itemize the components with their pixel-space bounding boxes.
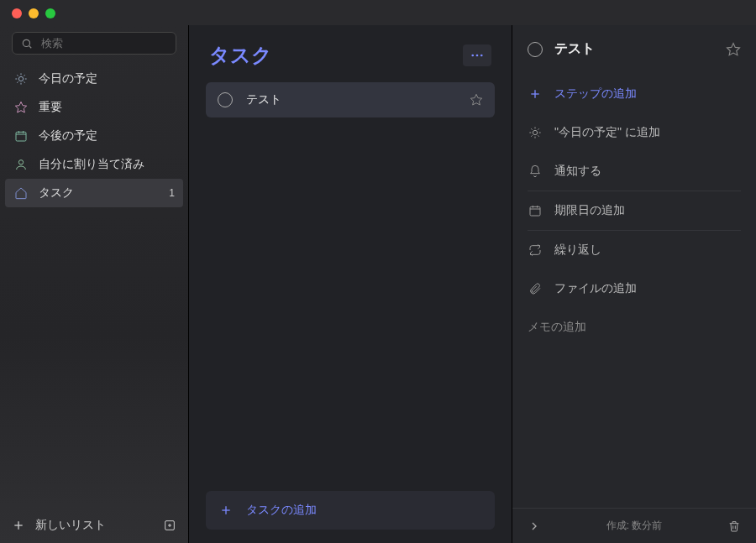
sun-icon (13, 71, 29, 86)
detail-panel: テスト ステップの追加 "今日の予定" に追加 (512, 25, 756, 543)
task-count: 1 (169, 187, 175, 199)
sidebar-item-label: 今後の予定 (39, 128, 97, 144)
svg-line-10 (24, 75, 24, 76)
svg-line-39 (538, 128, 538, 129)
task-title: テスト (246, 92, 281, 107)
sidebar-item-assigned[interactable]: 自分に割り当て済み (5, 150, 183, 179)
search-icon (21, 38, 33, 50)
svg-rect-40 (530, 206, 540, 216)
star-icon (13, 100, 29, 115)
sidebar-item-important[interactable]: 重要 (5, 93, 183, 122)
svg-line-36 (531, 128, 532, 129)
home-icon (13, 185, 29, 201)
add-to-my-day-button[interactable]: "今日の予定" に追加 (528, 113, 741, 152)
svg-rect-12 (16, 132, 26, 141)
svg-line-8 (24, 81, 24, 82)
svg-point-31 (533, 130, 537, 134)
repeat-label: 繰り返し (554, 243, 601, 258)
sidebar-item-label: 自分に割り当て済み (39, 157, 144, 172)
svg-point-23 (476, 55, 479, 57)
svg-line-38 (531, 135, 532, 136)
svg-line-9 (17, 81, 18, 82)
remind-button[interactable]: 通知する (528, 152, 741, 191)
svg-line-7 (17, 75, 18, 76)
search-input[interactable] (41, 37, 182, 50)
add-step-button[interactable]: ステップの追加 (528, 75, 741, 113)
svg-marker-25 (470, 94, 481, 105)
repeat-icon (528, 243, 543, 258)
list-title: タスク (209, 42, 272, 69)
sidebar-item-planned[interactable]: 今後の予定 (5, 122, 183, 150)
add-my-day-label: "今日の予定" に追加 (554, 125, 660, 140)
main-panel: タスク テスト タスクの追加 (189, 25, 512, 543)
star-toggle[interactable] (470, 93, 483, 107)
sidebar: 今日の予定 重要 今後の予定 自分に割り当て済み (0, 25, 189, 543)
svg-point-22 (471, 55, 474, 57)
collapse-detail-button[interactable] (528, 520, 541, 533)
plus-icon (528, 86, 543, 102)
maximize-window-button[interactable] (45, 8, 55, 18)
svg-point-0 (23, 39, 29, 46)
svg-marker-28 (727, 43, 740, 55)
sidebar-item-my-day[interactable]: 今日の予定 (5, 65, 183, 93)
add-due-button[interactable]: 期限日の追加 (528, 191, 741, 231)
add-file-label: ファイルの追加 (554, 281, 637, 296)
add-task-button[interactable]: タスクの追加 (206, 491, 495, 530)
sun-icon (528, 125, 543, 140)
complete-checkbox[interactable] (528, 42, 543, 57)
plus-icon (219, 504, 233, 517)
svg-point-24 (480, 55, 483, 57)
add-file-button[interactable]: ファイルの追加 (528, 269, 741, 308)
minimize-window-button[interactable] (29, 8, 39, 18)
complete-checkbox[interactable] (218, 92, 233, 107)
add-step-label: ステップの追加 (554, 86, 637, 102)
svg-marker-11 (15, 102, 26, 112)
sidebar-item-tasks[interactable]: タスク 1 (5, 179, 183, 207)
svg-line-1 (29, 45, 32, 48)
sidebar-item-label: 重要 (39, 100, 62, 115)
task-row[interactable]: テスト (206, 82, 495, 117)
star-toggle[interactable] (726, 42, 741, 57)
paperclip-icon (528, 281, 543, 296)
add-task-label: タスクの追加 (246, 503, 317, 518)
repeat-button[interactable]: 繰り返し (528, 231, 741, 269)
close-window-button[interactable] (12, 8, 22, 18)
detail-task-title[interactable]: テスト (554, 40, 595, 58)
new-group-button[interactable] (163, 519, 176, 532)
svg-line-37 (538, 135, 538, 136)
new-list-button[interactable]: 新しいリスト (35, 518, 106, 533)
more-options-button[interactable] (463, 44, 491, 66)
add-due-label: 期限日の追加 (554, 203, 625, 218)
calendar-icon (13, 128, 29, 144)
search-box[interactable] (12, 32, 176, 55)
bell-icon (528, 164, 543, 179)
svg-point-16 (18, 160, 23, 164)
sidebar-item-label: タスク (39, 185, 74, 201)
created-label: 作成: 数分前 (541, 519, 727, 533)
sidebar-item-label: 今日の予定 (39, 71, 97, 86)
add-note-field[interactable]: メモの追加 (512, 308, 756, 347)
svg-point-2 (18, 76, 23, 81)
plus-icon (12, 519, 25, 532)
add-note-label: メモの追加 (528, 320, 586, 333)
user-icon (13, 157, 29, 172)
window-controls (0, 0, 756, 25)
calendar-icon (528, 203, 543, 218)
delete-task-button[interactable] (727, 520, 741, 533)
remind-label: 通知する (554, 164, 601, 179)
